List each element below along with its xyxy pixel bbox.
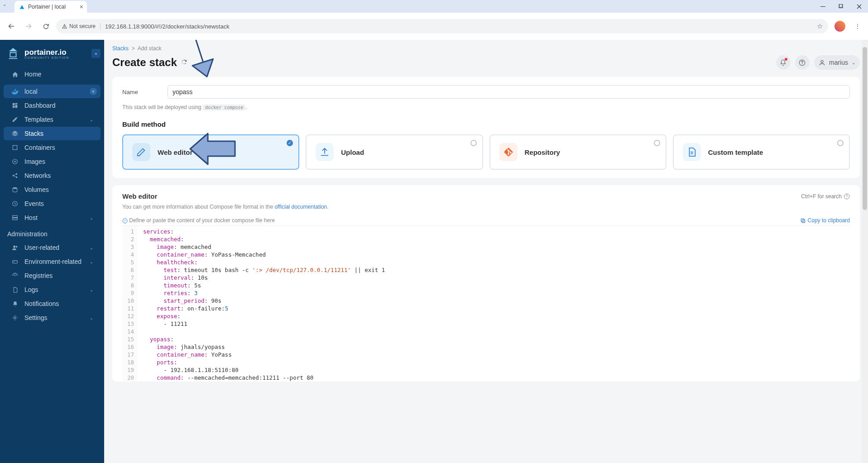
git-icon (499, 143, 518, 161)
code-content[interactable]: services: memcached: image: memcached co… (138, 226, 385, 382)
hard-drive-icon (11, 258, 19, 265)
svg-point-9 (14, 161, 16, 162)
chevron-down-icon: ⌄ (90, 287, 93, 292)
sidebar-item-environment[interactable]: local × (4, 85, 101, 98)
sidebar-item-events[interactable]: Events (4, 197, 101, 210)
forward-button[interactable] (22, 19, 35, 33)
deploy-hint: This stack will be deployed using docker… (122, 104, 850, 110)
sidebar-item-home[interactable]: Home (4, 67, 101, 81)
svg-point-24 (821, 60, 823, 62)
chevron-down-icon[interactable]: ⌄ (3, 2, 6, 7)
sidebar-item-settings[interactable]: Settings ⌄ (4, 311, 101, 325)
sidebar-item-notifications[interactable]: Notifications (4, 297, 101, 310)
database-icon (11, 186, 19, 193)
svg-point-17 (13, 245, 15, 248)
sidebar-item-templates[interactable]: Templates ⌄ (4, 113, 101, 126)
svg-rect-19 (13, 261, 18, 263)
svg-point-11 (16, 173, 18, 175)
close-button[interactable] (850, 0, 868, 13)
method-web-editor[interactable]: Web editor (122, 134, 299, 170)
maximize-button[interactable] (832, 0, 850, 13)
portainer-logo-icon (6, 47, 20, 61)
search-hint: Ctrl+F for search (801, 193, 850, 200)
tab-title: Portainer | local (28, 4, 66, 10)
url-input[interactable]: Not secure 192.168.1.18:9000/#!/2/docker… (56, 19, 828, 33)
file-icon (11, 287, 19, 293)
svg-rect-6 (13, 106, 15, 108)
svg-rect-0 (820, 6, 825, 7)
svg-point-21 (14, 275, 15, 276)
refresh-icon[interactable] (181, 58, 188, 67)
editor-card: Web editor Ctrl+F for search You can get… (112, 185, 860, 382)
chevron-down-icon: ⌄ (90, 245, 93, 250)
clock-icon (11, 200, 19, 207)
breadcrumb: Stacks > Add stack (104, 40, 868, 53)
sidebar-item-containers[interactable]: Containers (4, 141, 101, 154)
copy-to-clipboard-button[interactable]: Copy to clipboard (800, 217, 850, 224)
header-user-controls: marius ⌄ (776, 55, 860, 70)
sidebar-collapse-button[interactable]: « (91, 49, 101, 58)
method-custom-template[interactable]: Custom template (673, 134, 850, 170)
editor-title: Web editor (122, 192, 157, 200)
documentation-link[interactable]: official documentation (274, 204, 327, 210)
logo: portainer.io COMMUNITY EDITION « (0, 44, 104, 67)
sidebar-item-logs[interactable]: Logs ⌄ (4, 283, 101, 296)
svg-point-18 (15, 246, 17, 248)
bookmark-icon[interactable]: ☆ (817, 22, 823, 30)
server-icon (11, 215, 19, 221)
back-button[interactable] (5, 19, 18, 33)
user-menu[interactable]: marius ⌄ (814, 55, 860, 70)
browser-tab[interactable]: Portainer | local × (14, 1, 87, 13)
scrollbar[interactable] (862, 40, 868, 463)
sidebar-item-user-related[interactable]: User-related ⌄ (4, 241, 101, 254)
radio-selected-icon (287, 140, 293, 146)
logo-text: portainer.io (24, 48, 69, 56)
minimize-button[interactable] (814, 0, 832, 13)
compose-editor[interactable]: 1 2 3 4 5 6 7 8 9 10 11 12 13 14 15 16 1… (122, 225, 850, 382)
method-repository[interactable]: Repository (489, 134, 667, 170)
chevron-down-icon: ⌄ (90, 315, 93, 320)
upload-icon (316, 143, 334, 161)
editor-description: You can get more information about Compo… (122, 204, 850, 210)
sidebar-item-stacks[interactable]: Stacks (4, 127, 101, 140)
profile-avatar[interactable] (834, 21, 845, 32)
chevron-down-icon: ⌄ (90, 259, 93, 264)
edit-icon (132, 143, 150, 161)
browser-chrome: ⌄ Portainer | local × (0, 0, 868, 40)
svg-rect-4 (15, 103, 18, 105)
not-secure-badge[interactable]: Not secure (62, 23, 101, 29)
scroll-thumb[interactable] (863, 47, 867, 210)
box-icon (11, 144, 19, 151)
build-method-grid: Web editor Upload Repository (122, 134, 850, 170)
svg-rect-2 (839, 4, 843, 8)
editor-placeholder: Define or paste the content of your dock… (122, 217, 275, 224)
bell-icon (11, 301, 19, 307)
sidebar-item-images[interactable]: Images (4, 155, 101, 168)
help-button[interactable] (795, 55, 810, 70)
browser-menu-button[interactable]: ⋮ (852, 23, 863, 30)
reload-button[interactable] (39, 19, 53, 33)
radio-icon (11, 272, 19, 279)
sidebar: portainer.io COMMUNITY EDITION « Home lo… (0, 40, 104, 463)
sidebar-section-admin: Administration (0, 225, 104, 240)
sidebar-item-volumes[interactable]: Volumes (4, 183, 101, 196)
sidebar-item-registries[interactable]: Registries (4, 269, 101, 282)
gear-icon (11, 315, 19, 321)
chevron-down-icon: ⌄ (90, 117, 93, 122)
radio-icon (654, 140, 660, 146)
method-upload[interactable]: Upload (306, 134, 483, 170)
svg-point-13 (13, 187, 17, 189)
close-icon[interactable]: × (80, 3, 83, 10)
dashboard-icon (11, 102, 19, 109)
radio-icon (470, 140, 477, 146)
notifications-button[interactable] (776, 55, 791, 70)
breadcrumb-stacks[interactable]: Stacks (112, 45, 129, 52)
close-icon[interactable]: × (90, 88, 97, 95)
sidebar-item-dashboard[interactable]: Dashboard (4, 99, 101, 112)
app-container: portainer.io COMMUNITY EDITION « Home lo… (0, 40, 868, 463)
svg-rect-16 (13, 218, 18, 220)
sidebar-item-host[interactable]: Host ⌄ (4, 211, 101, 224)
sidebar-item-env-related[interactable]: Environment-related ⌄ (4, 255, 101, 268)
name-input[interactable] (168, 85, 850, 99)
sidebar-item-networks[interactable]: Networks (4, 169, 101, 182)
